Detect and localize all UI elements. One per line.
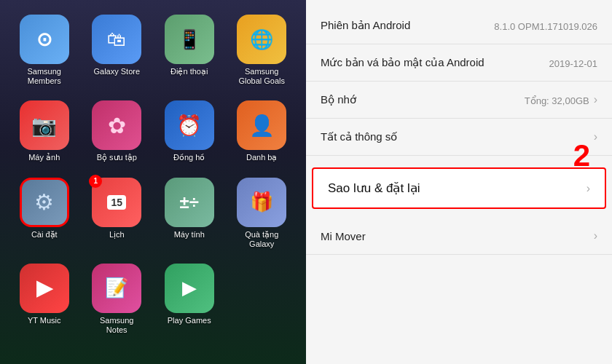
- settings-title-tat-ca: Tất cả thông số: [321, 130, 397, 143]
- settings-title-phien-ban: Phiên bản Android: [321, 19, 410, 32]
- app-label-lich: Lịch: [109, 230, 125, 240]
- app-bo-suu-tap[interactable]: ✿ Bộ sưu tập: [84, 100, 151, 162]
- app-play-games[interactable]: ▶ Play Games: [156, 264, 223, 335]
- app-label-samsung-members: Samsung Members: [11, 67, 78, 86]
- app-icon-galaxy-store: 🛍: [92, 15, 141, 64]
- settings-item-muc-ban-left: Mức bản vá bảo mật của Android: [321, 56, 484, 69]
- app-grid-row1: ⊙ Samsung Members 🛍 Galaxy Store 📱 Điện …: [7, 11, 299, 90]
- app-icon-samsung-members: ⊙: [20, 15, 69, 64]
- app-grid-row3: ⚙ Cài đặt 1 15 Lịch ±÷ Máy tính 🎁 Quà tặ…: [7, 174, 299, 253]
- app-icon-danh-ba: 👤: [237, 100, 286, 150]
- app-icon-may-anh: 📷: [20, 100, 69, 150]
- left-panel: ⊙ Samsung Members 🛍 Galaxy Store 📱 Điện …: [0, 0, 306, 364]
- app-icon-yt-music: ▶: [20, 264, 69, 313]
- app-label-may-anh: Máy ảnh: [28, 153, 60, 162]
- settings-title-muc-ban: Mức bản vá bảo mật của Android: [321, 56, 484, 69]
- app-icon-bo-suu-tap: ✿: [92, 100, 141, 150]
- app-icon-dong-ho: ⏰: [165, 100, 214, 150]
- settings-item-bo-nho[interactable]: Bộ nhớ Tổng: 32,00GB ›: [306, 82, 612, 119]
- app-may-tinh[interactable]: ±÷ Máy tính: [156, 178, 223, 249]
- app-icon-qua-tang: 🎁: [237, 178, 286, 227]
- app-label-cai-dat: Cài đặt: [31, 230, 58, 240]
- app-placeholder: [229, 264, 296, 335]
- app-icon-global-goals: 🌐: [237, 15, 286, 64]
- app-icon-cai-dat: ⚙: [20, 178, 69, 227]
- settings-item-phien-ban[interactable]: Phiên bản Android 8.1.0 OPM1.171019.026: [306, 7, 612, 44]
- app-icon-lich: 1 15: [92, 178, 141, 227]
- app-dien-thoai[interactable]: 📱 Điện thoại: [156, 15, 223, 86]
- badge-lich: 1: [89, 175, 102, 188]
- app-grid-row4: ▶ YT Music 📝 SamsungNotes ▶ Play Games: [7, 260, 299, 339]
- app-icon-play-games: ▶: [165, 264, 214, 313]
- app-icon-samsung-notes: 📝: [92, 264, 141, 313]
- settings-item-mi-mover[interactable]: Mi Mover ›: [306, 218, 612, 255]
- settings-value-bo-nho: Tổng: 32,00GB: [525, 95, 589, 106]
- settings-title-sao-luu: Sao lưu & đặt lại: [328, 181, 420, 196]
- app-danh-ba[interactable]: 👤 Danh bạ: [229, 100, 296, 162]
- app-galaxy-store[interactable]: 🛍 Galaxy Store: [84, 15, 151, 86]
- app-yt-music[interactable]: ▶ YT Music: [11, 264, 78, 335]
- settings-title-bo-nho: Bộ nhớ: [321, 93, 356, 106]
- app-grid-row2: 📷 Máy ảnh ✿ Bộ sưu tập ⏰ Đồng hồ 👤 Danh …: [7, 97, 299, 166]
- app-global-goals[interactable]: 🌐 SamsungGlobal Goals: [229, 15, 296, 86]
- app-label-galaxy-store: Galaxy Store: [93, 67, 140, 76]
- chevron-tat-ca: ›: [594, 130, 597, 143]
- app-lich[interactable]: 1 15 Lịch: [84, 178, 151, 249]
- app-label-samsung-notes: SamsungNotes: [100, 316, 133, 335]
- chevron-mi-mover: ›: [594, 229, 597, 242]
- app-label-dien-thoai: Điện thoại: [170, 67, 208, 76]
- settings-item-bo-nho-left: Bộ nhớ: [321, 93, 356, 106]
- app-label-dong-ho: Đồng hồ: [173, 153, 205, 162]
- app-label-qua-tang: Quà tặngGalaxy: [245, 230, 278, 249]
- settings-value-muc-ban: 2019-12-01: [549, 58, 598, 69]
- app-label-global-goals: SamsungGlobal Goals: [238, 67, 285, 86]
- settings-title-mi-mover: Mi Mover: [321, 230, 366, 242]
- chevron-bo-nho: ›: [594, 93, 597, 106]
- app-dong-ho[interactable]: ⏰ Đồng hồ: [156, 100, 223, 162]
- app-may-anh[interactable]: 📷 Máy ảnh: [11, 100, 78, 162]
- app-qua-tang[interactable]: 🎁 Quà tặngGalaxy: [229, 178, 296, 249]
- app-label-bo-suu-tap: Bộ sưu tập: [97, 153, 137, 162]
- settings-list: Phiên bản Android 8.1.0 OPM1.171019.026 …: [306, 0, 612, 364]
- settings-item-muc-ban[interactable]: Mức bản vá bảo mật của Android 2019-12-0…: [306, 44, 612, 82]
- app-samsung-notes[interactable]: 📝 SamsungNotes: [84, 264, 151, 335]
- settings-item-sao-luu[interactable]: Sao lưu & đặt lại ›: [312, 167, 606, 209]
- app-samsung-members[interactable]: ⊙ Samsung Members: [11, 15, 78, 86]
- right-panel: Phiên bản Android 8.1.0 OPM1.171019.026 …: [306, 0, 612, 364]
- chevron-sao-luu: ›: [586, 182, 590, 195]
- app-icon-dien-thoai: 📱: [165, 15, 214, 64]
- settings-item-phien-ban-left: Phiên bản Android: [321, 19, 410, 32]
- app-icon-may-tinh: ±÷: [165, 178, 214, 227]
- app-label-yt-music: YT Music: [28, 316, 61, 325]
- app-label-play-games: Play Games: [168, 316, 211, 325]
- app-label-may-tinh: Máy tính: [174, 230, 205, 240]
- settings-item-tat-ca[interactable]: Tất cả thông số ›: [306, 119, 612, 156]
- app-cai-dat[interactable]: ⚙ Cài đặt: [11, 178, 78, 249]
- section-sao-luu-wrapper: 2 Sao lưu & đặt lại ›: [306, 165, 612, 212]
- app-label-danh-ba: Danh bạ: [246, 153, 277, 162]
- settings-value-phien-ban: 8.1.0 OPM1.171019.026: [494, 21, 597, 32]
